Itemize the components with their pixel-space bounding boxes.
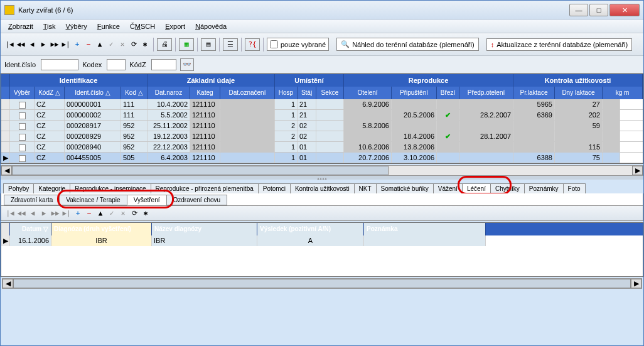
binoculars-icon[interactable]: 👓 <box>180 58 194 71</box>
preview-terrain-button[interactable]: 🔍Náhled do terénní databáze (plemenáři) <box>336 38 478 51</box>
col-kod[interactable]: Kod △ <box>121 87 148 99</box>
nav-last-icon[interactable]: ▶| <box>61 38 71 51</box>
menu-funkce[interactable]: Funkce <box>92 21 125 31</box>
subtab-vy-et-en-[interactable]: Vyšetření <box>127 195 167 205</box>
excel-icon[interactable]: ▦ <box>179 38 194 51</box>
lcol-poznamka[interactable]: Poznámka <box>364 223 486 235</box>
confirm-icon[interactable]: ✓ <box>106 38 116 51</box>
col-datozn[interactable]: Dat.označení <box>220 87 275 99</box>
list-icon[interactable]: ☰ <box>223 38 238 51</box>
table-row[interactable]: ▶CZ0044550055056.4.200312111010120.7.200… <box>1 153 643 163</box>
help-icon[interactable]: ?{ <box>245 38 260 51</box>
tab-kontrola-u-itkovosti[interactable]: Kontrola užitkovosti <box>290 183 355 193</box>
tab-reprodukce-p-irozen-plemenitba[interactable]: Reprodukce - přirozená plemenitba <box>151 183 259 193</box>
menu-vybery[interactable]: Výběry <box>61 21 92 31</box>
subtab-zdravotn-karta[interactable]: Zdravotní karta <box>4 195 60 205</box>
d-nav-nextp-icon[interactable]: ▶▶ <box>50 207 60 220</box>
col-plak[interactable]: Pr.laktace <box>513 87 555 99</box>
table-row[interactable]: CZ00020892995219.12.200312111020218.4.20… <box>1 131 643 142</box>
tab-pohyby[interactable]: Pohyby <box>3 183 34 193</box>
tab-foto[interactable]: Foto <box>563 183 586 193</box>
d-add-icon[interactable]: + <box>73 207 83 220</box>
wildcard-icon[interactable]: ✱ <box>140 38 150 51</box>
nav-first-icon[interactable]: |◀ <box>4 38 14 51</box>
d-refresh-icon[interactable]: ⟳ <box>129 207 139 220</box>
d-nav-last-icon[interactable]: ▶| <box>62 207 72 220</box>
menu-tisk[interactable]: Tisk <box>38 21 61 31</box>
tab-potomci[interactable]: Potomci <box>258 183 291 193</box>
col-kodz[interactable]: KódZ △ <box>35 87 65 99</box>
col-dlak[interactable]: Dny laktace <box>555 87 603 99</box>
edit-icon[interactable]: ▲ <box>95 38 105 51</box>
tab-nkt[interactable]: NKT <box>354 183 377 193</box>
col-oteleni[interactable]: Otelení <box>344 87 392 99</box>
cancel-icon[interactable]: ✕ <box>117 38 127 51</box>
tab-kategorie[interactable]: Kategorie <box>33 183 70 193</box>
table-row[interactable]: CZ0000000021115.5.200212111012120.5.2006… <box>1 110 643 121</box>
d-nav-next-icon[interactable]: ▶ <box>39 207 49 220</box>
col-kgm[interactable]: kg m <box>603 87 643 99</box>
d-scroll-right-icon[interactable]: ▶ <box>631 279 641 288</box>
d-remove-icon[interactable]: − <box>84 207 94 220</box>
add-icon[interactable]: + <box>72 38 82 51</box>
menu-napoveda[interactable]: Nápověda <box>190 21 232 31</box>
col-sekce[interactable]: Sekce <box>316 87 344 99</box>
nav-prev-page-icon[interactable]: ◀◀ <box>16 38 26 51</box>
maximize-button[interactable]: □ <box>589 4 608 16</box>
col-hosp[interactable]: Hosp <box>275 87 298 99</box>
tab-chytn-ky[interactable]: Chytníky <box>490 183 525 193</box>
filter-kodz-input[interactable] <box>151 59 176 70</box>
lcol-datum[interactable]: Datum ▽ <box>10 223 51 235</box>
detail-row[interactable]: ▶ 16.1.2006 IBR IBR A <box>1 235 643 246</box>
refresh-icon[interactable]: ⟳ <box>129 38 139 51</box>
filter-kodex-input[interactable] <box>107 59 126 70</box>
col-ident[interactable]: Ident.číslo △ <box>65 87 121 99</box>
nav-next-icon[interactable]: ▶ <box>38 38 48 51</box>
d-nav-prev-icon[interactable]: ◀ <box>28 207 38 220</box>
only-selected-checkbox[interactable]: pouze vybrané <box>267 38 329 51</box>
scroll-right-icon[interactable]: ▶ <box>632 166 643 175</box>
nav-prev-icon[interactable]: ◀ <box>27 38 37 51</box>
table-row[interactable]: CZ00000000111110.4.20021211101216.9.2006… <box>1 99 643 110</box>
print-icon[interactable]: 🖨 <box>157 38 172 51</box>
subtab-vakcinace-terapie[interactable]: Vakcinace / Terapie <box>59 195 127 205</box>
col-brezi[interactable]: Březí <box>437 87 459 99</box>
tab-pozn-mky[interactable]: Poznámky <box>524 183 564 193</box>
filter-ident-input[interactable] <box>41 59 78 70</box>
update-terrain-button[interactable]: ↕Aktualizace z terénní databáze (plemená… <box>486 38 633 51</box>
d-nav-first-icon[interactable]: |◀ <box>5 207 15 220</box>
lcol-nazev[interactable]: Název diagnózy <box>152 223 257 235</box>
minimize-button[interactable]: — <box>569 4 588 16</box>
d-confirm-icon[interactable]: ✓ <box>107 207 117 220</box>
tab-v-en-[interactable]: Vážení <box>433 183 463 193</box>
d-scroll-left-icon[interactable]: ◀ <box>3 279 13 288</box>
calendar-icon[interactable]: ▤ <box>201 38 216 51</box>
main-grid-hscroll[interactable]: ◀ ▶ <box>1 165 643 176</box>
remove-icon[interactable]: − <box>83 38 94 51</box>
table-row[interactable]: CZ00020891795225.11.20021211102025.8.200… <box>1 121 643 131</box>
menu-export[interactable]: Export <box>160 21 190 31</box>
scroll-thumb[interactable] <box>12 166 389 175</box>
col-pripusteni[interactable]: Připuštění <box>392 87 437 99</box>
col-vyber[interactable]: Výběr <box>10 87 35 99</box>
tab-l-en-[interactable]: Léčení <box>462 183 491 193</box>
detail-hscroll[interactable]: ◀ ▶ <box>2 278 642 289</box>
subtab-ozdraven-chovu[interactable]: Ozdravení chovu <box>166 195 228 205</box>
col-datnaroz[interactable]: Dat.naroz <box>148 87 190 99</box>
table-row[interactable]: CZ00020894095222.12.200312111010110.6.20… <box>1 142 643 153</box>
d-edit-icon[interactable]: ▲ <box>95 207 105 220</box>
scroll-left-icon[interactable]: ◀ <box>1 166 12 175</box>
col-predp[interactable]: Předp.otelení <box>459 87 513 99</box>
col-kateg[interactable]: Kateg <box>190 87 220 99</box>
tab-reprodukce-inseminace[interactable]: Reprodukce - inseminace <box>70 183 151 193</box>
nav-next-page-icon[interactable]: ▶▶ <box>50 38 60 51</box>
d-scroll-thumb[interactable] <box>13 279 631 288</box>
col-staj[interactable]: Stáj <box>298 87 316 99</box>
d-wildcard-icon[interactable]: ✱ <box>141 207 151 220</box>
menu-cmsch[interactable]: ČMSCH <box>125 21 160 31</box>
lcol-diagnoza[interactable]: Diagnóza (druh vyšetření) <box>51 223 152 235</box>
d-nav-prevp-icon[interactable]: ◀◀ <box>16 207 26 220</box>
d-cancel-icon[interactable]: ✕ <box>118 207 128 220</box>
lcol-vysledek[interactable]: Výsledek (pozitivní A/N) <box>257 223 364 235</box>
menu-zobrazit[interactable]: Zobrazit <box>3 21 38 31</box>
